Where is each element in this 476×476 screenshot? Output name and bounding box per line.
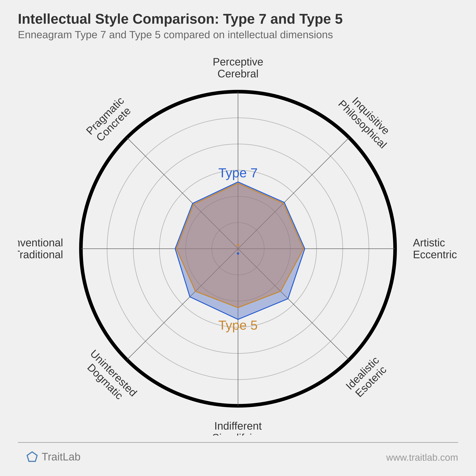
- footer-url: www.traitlab.com: [386, 452, 458, 463]
- svg-text:Eccentric: Eccentric: [413, 249, 457, 260]
- svg-text:Simplifying: Simplifying: [212, 432, 264, 436]
- svg-text:Indifferent: Indifferent: [214, 420, 262, 432]
- svg-marker-32: [27, 452, 37, 461]
- pentagon-icon: [26, 451, 38, 463]
- brand-label: TraitLab: [42, 451, 81, 463]
- series-label-type5: Type 5: [218, 318, 258, 332]
- svg-text:Artistic: Artistic: [413, 237, 445, 249]
- svg-text:Perceptive: Perceptive: [213, 56, 263, 68]
- chart-container: Intellectual Style Comparison: Type 7 an…: [0, 0, 476, 476]
- svg-text:Traditional: Traditional: [18, 249, 63, 260]
- series-label-type7: Type 7: [218, 165, 258, 180]
- svg-point-15: [237, 252, 239, 255]
- divider: [18, 442, 458, 443]
- svg-text:Conventional: Conventional: [18, 237, 63, 249]
- footer-brand: TraitLab: [26, 451, 81, 463]
- chart-title: Intellectual Style Comparison: Type 7 an…: [18, 11, 343, 27]
- svg-point-14: [237, 244, 239, 246]
- radar-chart: Type 7Type 5PerceptiveCerebralInquisitiv…: [18, 51, 458, 436]
- svg-text:Cerebral: Cerebral: [217, 68, 258, 80]
- chart-subtitle: Enneagram Type 7 and Type 5 compared on …: [18, 29, 333, 41]
